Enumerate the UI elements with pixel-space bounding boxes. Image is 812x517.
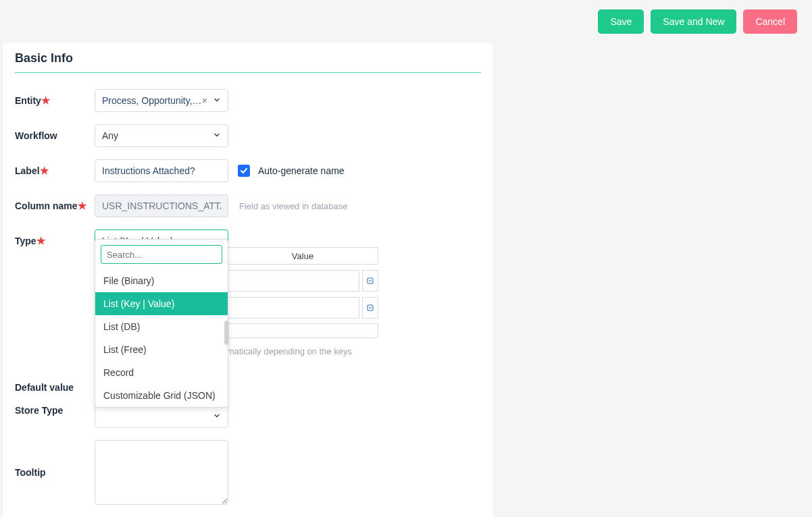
column-name-row: Column name★ Field as viewed in database [15,194,481,217]
cancel-button[interactable]: Cancel [743,9,797,34]
column-name-label: Column name★ [15,200,95,212]
tooltip-textarea[interactable] [95,440,228,505]
tooltip-row: Tooltip [15,440,481,505]
type-option-list-key-value[interactable]: List (Key | Value) [95,292,228,315]
workflow-select[interactable]: Any [95,124,228,147]
panel-divider [15,72,481,73]
type-option-customizable-grid-json[interactable]: Customizable Grid (JSON) [95,384,228,407]
save-button[interactable]: Save [598,9,644,34]
entity-clear-icon[interactable]: × [202,95,207,106]
kv-row-partial [227,323,378,338]
workflow-value: Any [102,130,213,141]
chevron-down-icon [213,411,221,422]
required-icon: ★ [41,94,50,106]
chevron-down-icon [213,130,221,141]
keys-hint-text: matically depending on the keys [227,346,352,356]
kv-row [227,270,378,292]
store-type-select[interactable] [95,405,228,428]
required-icon: ★ [40,165,49,176]
default-value-label: Default value [15,382,95,393]
kv-remove-button[interactable] [362,297,378,319]
auto-generate-label: Auto-generate name [258,165,345,176]
type-option-file-binary[interactable]: File (Binary) [95,269,228,292]
kv-value-cell-partial[interactable] [227,323,378,338]
required-icon: ★ [36,235,45,246]
store-type-row: Store Type [15,405,481,428]
entity-select[interactable]: Process, Opportunity, ... × [95,89,228,112]
key-value-table: Value [227,247,378,338]
type-dropdown-panel: File (Binary) List (Key | Value) List (D… [95,239,228,408]
type-dropdown-search[interactable] [101,245,222,264]
entity-label: Entity★ [15,94,95,107]
kv-remove-button[interactable] [362,270,378,292]
kv-row [227,297,378,319]
column-name-helper: Field as viewed in database [239,201,347,211]
label-field-label: Label★ [15,165,95,177]
workflow-label: Workflow [15,130,95,141]
kv-header-value: Value [227,247,378,265]
chevron-down-icon [213,95,221,106]
auto-generate-checkbox[interactable] [238,165,250,177]
basic-info-panel: Basic Info Entity★ Process, Opportunity,… [3,43,493,517]
type-option-list-free[interactable]: List (Free) [95,338,228,361]
store-type-label: Store Type [15,405,95,416]
entity-value: Process, Opportunity, ... [102,95,202,106]
panel-title: Basic Info [15,51,481,72]
dropdown-scrollbar[interactable] [224,321,229,345]
kv-value-cell[interactable] [227,270,359,292]
save-and-new-button[interactable]: Save and New [651,9,736,34]
workflow-row: Workflow Any [15,124,481,147]
label-input[interactable] [95,159,228,182]
auto-generate-wrap: Auto-generate name [238,165,345,177]
top-actions-bar: Save Save and New Cancel [0,0,812,43]
tooltip-label: Tooltip [15,467,95,478]
column-name-text [102,200,221,211]
label-input-text[interactable] [102,165,221,176]
entity-row: Entity★ Process, Opportunity, ... × [15,89,481,112]
type-label: Type★ [15,235,95,247]
default-value-row: Default value [15,382,481,393]
type-option-list-db[interactable]: List (DB) [95,315,228,338]
required-icon: ★ [78,200,86,211]
type-option-record[interactable]: Record [95,361,228,384]
label-row: Label★ Auto-generate name [15,159,481,182]
kv-value-cell[interactable] [227,297,359,319]
column-name-input [95,194,228,217]
